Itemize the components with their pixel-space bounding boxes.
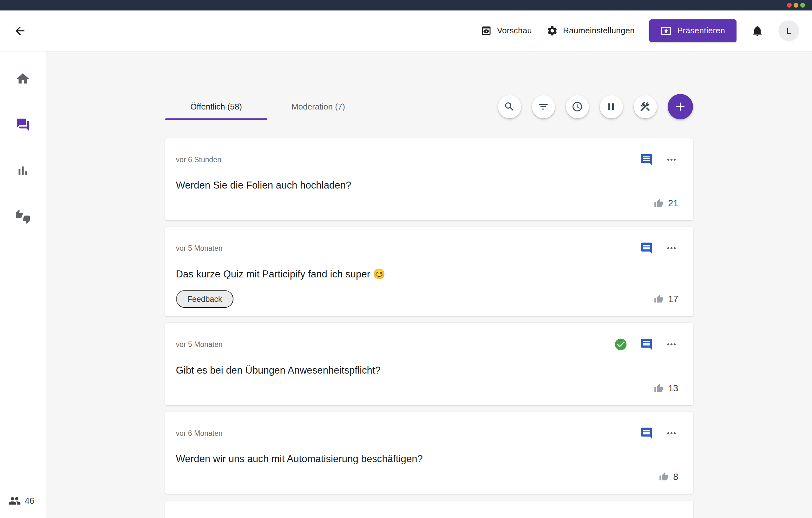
room-settings-button[interactable]: Raumeinstellungen xyxy=(547,25,635,36)
ellipsis-icon xyxy=(665,338,678,351)
question-list: vor 6 Stunden W xyxy=(165,138,693,518)
question-text: Werden Sie die Folien auch hochladen? xyxy=(176,180,682,191)
answer-button[interactable] xyxy=(640,338,653,351)
participants-counter: 46 xyxy=(0,494,46,507)
app-header: Vorschau Raumeinstellungen Präsentieren … xyxy=(0,10,812,51)
answered-check-icon xyxy=(614,337,628,351)
pause-button[interactable] xyxy=(600,95,623,118)
answer-button[interactable] xyxy=(640,242,653,255)
tab-moderation[interactable]: Moderation (7) xyxy=(267,93,370,120)
present-button[interactable]: Präsentieren xyxy=(649,19,736,42)
preview-label: Vorschau xyxy=(497,26,532,35)
tab-moderation-label: Moderation (7) xyxy=(291,102,345,112)
tools-button[interactable] xyxy=(634,95,657,118)
search-button[interactable] xyxy=(498,95,521,118)
window-titlebar xyxy=(0,0,812,10)
comment-icon xyxy=(640,427,653,440)
bell-icon xyxy=(751,24,764,37)
sidebar-item-home[interactable] xyxy=(0,67,46,90)
add-question-button[interactable] xyxy=(668,94,693,119)
window-minimize-button[interactable] xyxy=(793,3,799,8)
time-sort-button[interactable] xyxy=(566,95,589,118)
question-card[interactable]: vor 5 Monaten D xyxy=(165,227,693,316)
thumb-up-icon xyxy=(659,472,669,482)
filter-icon xyxy=(538,101,549,112)
header-actions: Vorschau Raumeinstellungen Präsentieren … xyxy=(481,19,799,42)
vote-count: 21 xyxy=(668,198,678,209)
upvote-button[interactable] xyxy=(654,294,664,304)
pause-icon xyxy=(606,101,617,112)
answer-button[interactable] xyxy=(640,427,653,440)
upvote-button[interactable] xyxy=(654,198,664,208)
main-content: Öffentlich (58) Moderation (7) xyxy=(46,51,812,518)
comment-icon xyxy=(640,242,653,255)
window-maximize-button[interactable] xyxy=(800,3,805,8)
preview-button[interactable]: Vorschau xyxy=(481,25,532,36)
filter-button[interactable] xyxy=(532,95,555,118)
back-arrow-icon xyxy=(13,24,27,37)
answer-button[interactable] xyxy=(640,153,653,166)
question-timestamp: vor 5 Monaten xyxy=(176,340,223,349)
notifications-button[interactable] xyxy=(751,24,764,37)
toolbar-actions xyxy=(498,94,693,119)
tab-public-label: Öffentlich (58) xyxy=(190,102,242,112)
participants-count: 46 xyxy=(25,496,34,506)
window-close-button[interactable] xyxy=(787,3,792,8)
question-text: Gibt es bei den Übungen Anwesenheitspfli… xyxy=(176,365,682,376)
upvote-button[interactable] xyxy=(654,383,664,393)
vote-count: 13 xyxy=(668,383,678,393)
question-card-partial[interactable] xyxy=(165,500,693,518)
ellipsis-icon xyxy=(665,242,678,254)
comments-icon xyxy=(16,117,30,132)
tab-public[interactable]: Öffentlich (58) xyxy=(165,93,267,120)
room-settings-label: Raumeinstellungen xyxy=(563,26,635,35)
ellipsis-icon xyxy=(665,153,678,166)
question-text: Werden wir uns auch mit Automatisierung … xyxy=(176,453,682,465)
back-button[interactable] xyxy=(13,24,27,37)
more-options-button[interactable] xyxy=(665,242,678,254)
tools-icon xyxy=(639,101,651,112)
vote-count: 17 xyxy=(668,294,678,304)
question-text: Das kurze Quiz mit Participify fand ich … xyxy=(176,268,682,280)
tag-chip[interactable]: Feedback xyxy=(176,290,234,308)
question-card[interactable]: vor 5 Monaten xyxy=(165,323,693,405)
more-options-button[interactable] xyxy=(665,338,678,351)
vote-count: 8 xyxy=(673,472,678,482)
home-icon xyxy=(16,72,30,86)
bar-chart-icon xyxy=(16,163,30,178)
comments-toolbar: Öffentlich (58) Moderation (7) xyxy=(165,93,693,120)
sidebar-item-feedback[interactable] xyxy=(0,206,46,228)
more-options-button[interactable] xyxy=(665,153,678,166)
people-icon xyxy=(8,494,21,507)
tab-bar: Öffentlich (58) Moderation (7) xyxy=(165,93,370,120)
avatar-letter: L xyxy=(786,26,791,36)
comment-icon xyxy=(640,153,653,166)
preview-icon xyxy=(481,25,492,36)
question-timestamp: vor 6 Monaten xyxy=(176,429,223,438)
question-timestamp: vor 6 Stunden xyxy=(176,156,222,164)
more-options-button[interactable] xyxy=(665,427,678,440)
thumb-up-icon xyxy=(654,383,664,393)
upvote-button[interactable] xyxy=(659,472,669,482)
present-label: Präsentieren xyxy=(677,26,725,35)
question-timestamp: vor 5 Monaten xyxy=(176,244,223,253)
comment-icon xyxy=(640,338,653,351)
thumbs-up-down-icon xyxy=(16,210,30,224)
present-icon xyxy=(661,25,671,36)
user-avatar[interactable]: L xyxy=(778,20,799,41)
ellipsis-icon xyxy=(665,427,678,440)
thumb-up-icon xyxy=(654,294,664,304)
clock-icon xyxy=(572,101,583,112)
search-icon xyxy=(504,101,515,112)
sidebar-item-comments[interactable] xyxy=(0,113,46,136)
gear-icon xyxy=(547,25,558,36)
thumb-up-icon xyxy=(654,198,664,208)
sidebar: 46 xyxy=(0,51,46,518)
question-card[interactable]: vor 6 Stunden W xyxy=(165,138,693,220)
plus-icon xyxy=(673,100,687,114)
question-card[interactable]: vor 6 Monaten W xyxy=(165,412,693,494)
sidebar-item-statistics[interactable] xyxy=(0,159,46,182)
